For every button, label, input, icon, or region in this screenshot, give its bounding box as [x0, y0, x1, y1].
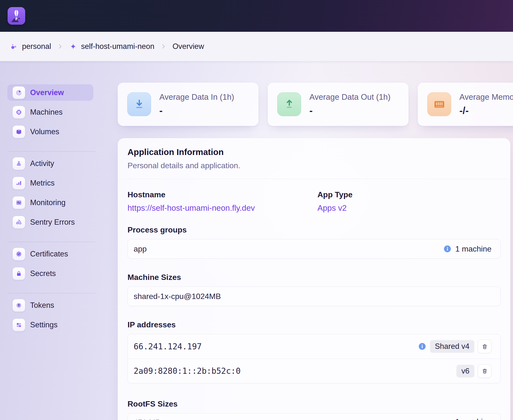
chevron-right-icon	[160, 43, 167, 50]
stat-label: Average Data Out (1h)	[309, 92, 390, 102]
app-type-link[interactable]: Apps v2	[317, 203, 347, 213]
metrics-icon	[12, 177, 25, 189]
stat-card-data-in: Average Data In (1h) -	[118, 83, 258, 126]
application-information-panel: Application Information Personal details…	[118, 138, 510, 420]
rootfs-sizes-section: RootFS Sizes 471 MB 1 machine	[128, 399, 501, 420]
delete-ip-button[interactable]	[478, 364, 491, 378]
settings-sliders-icon	[12, 319, 25, 331]
stat-label: Average Memory	[459, 92, 513, 102]
rootfs-machine-count: 1 machine	[455, 417, 491, 420]
sidebar-item-secrets[interactable]: Secrets	[7, 265, 93, 282]
sidebar-label: Tokens	[30, 301, 54, 310]
info-icon[interactable]	[443, 244, 452, 253]
rootfs-sizes-label: RootFS Sizes	[128, 399, 501, 409]
ip-addresses-list: 66.241.124.197 Shared v4	[128, 334, 501, 383]
tokens-key-icon	[12, 299, 25, 312]
process-group-name: app	[134, 244, 147, 254]
panel-title: Application Information	[128, 147, 501, 157]
breadcrumb-item-page[interactable]: Overview	[173, 42, 204, 51]
sidebar-label: Certificates	[30, 250, 68, 258]
sidebar-label: Metrics	[30, 179, 55, 188]
stat-value: -/-	[459, 105, 513, 116]
sidebar-item-overview[interactable]: Overview	[7, 84, 93, 101]
sidebar-label: Activity	[30, 159, 54, 168]
hostname-field: Hostname https://self-host-umami-neon.fl…	[128, 190, 317, 213]
rootfs-row: 471 MB 1 machine	[128, 413, 501, 420]
sidebar-item-sentry-errors[interactable]: Sentry Errors	[7, 214, 93, 230]
sidebar-item-certificates[interactable]: Certificates	[7, 246, 93, 262]
secrets-lock-icon	[12, 267, 25, 280]
sidebar-label: Sentry Errors	[30, 218, 75, 227]
hostname-label: Hostname	[128, 190, 317, 199]
sidebar-label: Monitoring	[30, 198, 66, 207]
panel-subtitle: Personal details and application.	[128, 161, 501, 170]
machine-sizes-label: Machine Sizes	[128, 272, 501, 282]
machine-size-value: shared-1x-cpu@1024MB	[134, 292, 221, 301]
ip-type-badge: Shared v4	[430, 340, 474, 353]
stats-row: Average Data In (1h) - Average Data Out …	[118, 83, 513, 126]
fly-balloon-logo[interactable]	[8, 7, 25, 25]
sidebar-divider	[8, 293, 96, 293]
stat-value: -	[309, 105, 390, 116]
sidebar-label: Settings	[30, 321, 58, 329]
sidebar-item-machines[interactable]: Machines	[7, 104, 93, 120]
process-groups-label: Process groups	[128, 225, 501, 235]
ip-type-badge: v6	[456, 365, 474, 377]
breadcrumb-item-app[interactable]: self-host-umami-neon	[69, 42, 154, 51]
rootfs-size-value: 471 MB	[134, 417, 161, 420]
panel-header: Application Information Personal details…	[118, 147, 510, 179]
hostname-link[interactable]: https://self-host-umami-neon.fly.dev	[128, 203, 255, 213]
main-content: Average Data In (1h) - Average Data Out …	[118, 83, 513, 420]
sidebar-navigation: Overview Machines Volumes	[7, 84, 95, 336]
app-type-label: App Type	[317, 190, 501, 199]
stat-card-data-out: Average Data Out (1h) -	[268, 83, 408, 126]
organization-dots-icon	[10, 42, 18, 51]
hostname-apptype-grid: Hostname https://self-host-umami-neon.fl…	[128, 190, 501, 213]
sidebar-label: Overview	[30, 88, 64, 97]
breadcrumb-org-label: personal	[22, 42, 51, 51]
sidebar-item-tokens[interactable]: Tokens	[7, 297, 93, 313]
memory-ram-icon	[427, 92, 451, 116]
stat-card-memory: Average Memory -/-	[418, 83, 513, 126]
sidebar-item-settings[interactable]: Settings	[7, 317, 93, 333]
ip-row-v4: 66.241.124.197 Shared v4	[128, 334, 500, 359]
stat-value: -	[159, 105, 234, 116]
sidebar-item-monitoring[interactable]: Monitoring	[7, 194, 93, 211]
ip-addresses-section: IP addresses 66.241.124.197 Shared v4	[128, 320, 501, 383]
machine-count: 1 machine	[455, 244, 491, 254]
volumes-icon	[12, 125, 25, 138]
breadcrumb: personal self-host-umami-neon Overview	[0, 32, 513, 61]
ip-address-v6: 2a09:8280:1::2b:b52c:0	[134, 366, 241, 376]
app-type-field: App Type Apps v2	[317, 190, 501, 213]
certificates-icon	[12, 248, 25, 260]
machine-size-row: shared-1x-cpu@1024MB	[128, 287, 501, 306]
process-group-row: app 1 machine	[128, 239, 501, 259]
panel-body: Hostname https://self-host-umami-neon.fl…	[118, 179, 510, 420]
ip-address-v4: 66.241.124.197	[134, 342, 202, 351]
sidebar-label: Volumes	[30, 127, 59, 136]
sidebar-item-activity[interactable]: Activity	[7, 155, 93, 172]
page-content: Overview Machines Volumes	[0, 61, 513, 420]
sidebar-item-volumes[interactable]: Volumes	[7, 123, 93, 140]
sidebar-divider	[8, 151, 96, 152]
info-icon[interactable]	[418, 342, 427, 351]
breadcrumb-page-label: Overview	[173, 42, 204, 51]
delete-ip-button[interactable]	[478, 340, 491, 353]
overview-icon	[12, 86, 25, 99]
breadcrumb-item-organization[interactable]: personal	[10, 42, 51, 51]
ip-row-v6: 2a09:8280:1::2b:b52c:0 v6	[128, 359, 500, 383]
top-navigation-bar	[0, 0, 513, 32]
machines-icon	[12, 106, 25, 119]
data-out-upload-icon	[277, 92, 301, 116]
process-groups-section: Process groups app 1 machine	[128, 225, 501, 259]
sidebar-item-metrics[interactable]: Metrics	[7, 175, 93, 191]
data-in-download-icon	[127, 92, 151, 116]
activity-icon	[12, 157, 25, 170]
breadcrumb-app-label: self-host-umami-neon	[81, 42, 154, 51]
sentry-icon	[12, 216, 25, 229]
sidebar-label: Secrets	[30, 269, 56, 278]
machine-sizes-section: Machine Sizes shared-1x-cpu@1024MB	[128, 272, 501, 306]
ip-addresses-label: IP addresses	[128, 320, 501, 330]
monitoring-icon	[12, 196, 25, 209]
app-star-icon	[69, 43, 77, 50]
